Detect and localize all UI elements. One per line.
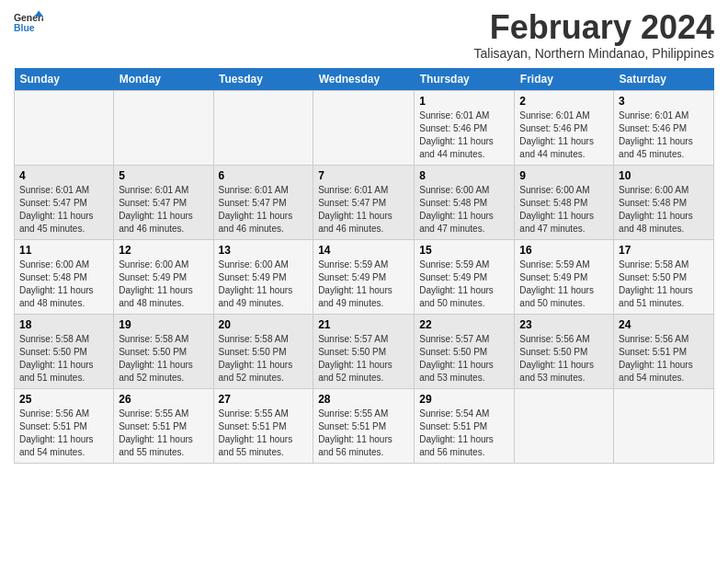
page-header: General Blue February 2024 Talisayan, No…: [14, 9, 714, 61]
day-info: Sunrise: 6:00 AM Sunset: 5:49 PM Dayligh…: [219, 259, 309, 310]
day-number: 13: [219, 244, 309, 257]
day-info: Sunrise: 6:00 AM Sunset: 5:48 PM Dayligh…: [519, 184, 609, 236]
calendar-cell: [213, 90, 313, 165]
day-info: Sunrise: 6:01 AM Sunset: 5:46 PM Dayligh…: [519, 109, 609, 161]
calendar-cell: 22Sunrise: 5:57 AM Sunset: 5:50 PM Dayli…: [415, 314, 515, 388]
calendar-cell: 10Sunrise: 6:00 AM Sunset: 5:48 PM Dayli…: [614, 165, 714, 239]
calendar-cell: 7Sunrise: 6:01 AM Sunset: 5:47 PM Daylig…: [313, 165, 415, 239]
day-number: 12: [119, 244, 208, 257]
day-info: Sunrise: 6:00 AM Sunset: 5:49 PM Dayligh…: [119, 259, 208, 310]
day-info: Sunrise: 5:57 AM Sunset: 5:50 PM Dayligh…: [419, 333, 509, 385]
day-info: Sunrise: 5:59 AM Sunset: 5:49 PM Dayligh…: [419, 259, 509, 310]
day-info: Sunrise: 5:54 AM Sunset: 5:51 PM Dayligh…: [419, 408, 509, 459]
calendar-cell: 16Sunrise: 5:59 AM Sunset: 5:49 PM Dayli…: [515, 239, 614, 314]
day-number: 9: [519, 169, 609, 182]
day-info: Sunrise: 5:57 AM Sunset: 5:50 PM Dayligh…: [318, 333, 409, 385]
day-number: 16: [519, 244, 609, 257]
calendar-cell: 11Sunrise: 6:00 AM Sunset: 5:48 PM Dayli…: [15, 239, 114, 314]
day-number: 21: [318, 318, 409, 331]
calendar-cell: 29Sunrise: 5:54 AM Sunset: 5:51 PM Dayli…: [415, 388, 515, 463]
day-number: 1: [419, 95, 509, 108]
weekday-header-monday: Monday: [114, 68, 213, 91]
calendar-cell: 17Sunrise: 5:58 AM Sunset: 5:50 PM Dayli…: [614, 239, 714, 314]
weekday-header-saturday: Saturday: [614, 68, 714, 91]
day-number: 28: [318, 393, 409, 406]
day-number: 3: [619, 95, 709, 108]
weekday-header-thursday: Thursday: [415, 68, 515, 91]
svg-text:Blue: Blue: [14, 23, 35, 33]
calendar-cell: [313, 90, 415, 165]
logo-icon: General Blue: [14, 9, 43, 35]
day-number: 6: [219, 169, 309, 182]
day-info: Sunrise: 5:55 AM Sunset: 5:51 PM Dayligh…: [219, 408, 309, 459]
calendar-cell: 2Sunrise: 6:01 AM Sunset: 5:46 PM Daylig…: [515, 90, 614, 165]
day-info: Sunrise: 5:59 AM Sunset: 5:49 PM Dayligh…: [519, 259, 609, 310]
calendar-cell: 24Sunrise: 5:56 AM Sunset: 5:51 PM Dayli…: [614, 314, 714, 388]
day-number: 25: [19, 393, 108, 406]
weekday-header-sunday: Sunday: [15, 68, 114, 91]
day-info: Sunrise: 6:01 AM Sunset: 5:47 PM Dayligh…: [318, 184, 409, 236]
week-row-4: 18Sunrise: 5:58 AM Sunset: 5:50 PM Dayli…: [15, 314, 714, 388]
day-number: 22: [419, 318, 509, 331]
calendar-cell: 27Sunrise: 5:55 AM Sunset: 5:51 PM Dayli…: [213, 388, 313, 463]
day-info: Sunrise: 6:00 AM Sunset: 5:48 PM Dayligh…: [619, 184, 709, 236]
calendar-cell: 25Sunrise: 5:56 AM Sunset: 5:51 PM Dayli…: [15, 388, 114, 463]
calendar-cell: [114, 90, 213, 165]
month-year: February 2024: [474, 9, 714, 46]
day-info: Sunrise: 5:58 AM Sunset: 5:50 PM Dayligh…: [19, 333, 108, 385]
day-number: 10: [619, 169, 709, 182]
calendar-cell: 28Sunrise: 5:55 AM Sunset: 5:51 PM Dayli…: [313, 388, 415, 463]
calendar-cell: 12Sunrise: 6:00 AM Sunset: 5:49 PM Dayli…: [114, 239, 213, 314]
calendar-cell: 4Sunrise: 6:01 AM Sunset: 5:47 PM Daylig…: [15, 165, 114, 239]
day-number: 4: [19, 169, 108, 182]
day-info: Sunrise: 5:58 AM Sunset: 5:50 PM Dayligh…: [619, 259, 709, 310]
day-number: 26: [119, 393, 208, 406]
weekday-header-wednesday: Wednesday: [313, 68, 415, 91]
day-info: Sunrise: 6:01 AM Sunset: 5:46 PM Dayligh…: [419, 109, 509, 161]
day-info: Sunrise: 6:01 AM Sunset: 5:46 PM Dayligh…: [619, 109, 709, 161]
day-info: Sunrise: 6:01 AM Sunset: 5:47 PM Dayligh…: [119, 184, 208, 236]
weekday-header-row: SundayMondayTuesdayWednesdayThursdayFrid…: [15, 68, 714, 91]
calendar-cell: 3Sunrise: 6:01 AM Sunset: 5:46 PM Daylig…: [614, 90, 714, 165]
logo: General Blue: [14, 9, 43, 35]
day-number: 27: [219, 393, 309, 406]
calendar-cell: 26Sunrise: 5:55 AM Sunset: 5:51 PM Dayli…: [114, 388, 213, 463]
day-number: 18: [19, 318, 108, 331]
week-row-5: 25Sunrise: 5:56 AM Sunset: 5:51 PM Dayli…: [15, 388, 714, 463]
calendar-cell: 14Sunrise: 5:59 AM Sunset: 5:49 PM Dayli…: [313, 239, 415, 314]
calendar-cell: [614, 388, 714, 463]
day-info: Sunrise: 6:01 AM Sunset: 5:47 PM Dayligh…: [219, 184, 309, 236]
day-number: 15: [419, 244, 509, 257]
day-info: Sunrise: 5:56 AM Sunset: 5:50 PM Dayligh…: [519, 333, 609, 385]
title-block: February 2024 Talisayan, Northern Mindan…: [474, 9, 714, 61]
location: Talisayan, Northern Mindanao, Philippine…: [474, 46, 714, 61]
day-number: 23: [519, 318, 609, 331]
day-number: 11: [19, 244, 108, 257]
day-info: Sunrise: 6:00 AM Sunset: 5:48 PM Dayligh…: [419, 184, 509, 236]
day-info: Sunrise: 6:00 AM Sunset: 5:48 PM Dayligh…: [19, 259, 108, 310]
week-row-2: 4Sunrise: 6:01 AM Sunset: 5:47 PM Daylig…: [15, 165, 714, 239]
day-number: 2: [519, 95, 609, 108]
day-info: Sunrise: 5:56 AM Sunset: 5:51 PM Dayligh…: [19, 408, 108, 459]
day-number: 7: [318, 169, 409, 182]
calendar-cell: 1Sunrise: 6:01 AM Sunset: 5:46 PM Daylig…: [415, 90, 515, 165]
day-info: Sunrise: 5:58 AM Sunset: 5:50 PM Dayligh…: [119, 333, 208, 385]
day-info: Sunrise: 5:59 AM Sunset: 5:49 PM Dayligh…: [318, 259, 409, 310]
calendar-cell: [15, 90, 114, 165]
day-number: 29: [419, 393, 509, 406]
calendar-cell: 23Sunrise: 5:56 AM Sunset: 5:50 PM Dayli…: [515, 314, 614, 388]
day-number: 17: [619, 244, 709, 257]
calendar-cell: 18Sunrise: 5:58 AM Sunset: 5:50 PM Dayli…: [15, 314, 114, 388]
day-info: Sunrise: 5:55 AM Sunset: 5:51 PM Dayligh…: [318, 408, 409, 459]
day-info: Sunrise: 5:58 AM Sunset: 5:50 PM Dayligh…: [219, 333, 309, 385]
calendar-cell: 20Sunrise: 5:58 AM Sunset: 5:50 PM Dayli…: [213, 314, 313, 388]
calendar-cell: 21Sunrise: 5:57 AM Sunset: 5:50 PM Dayli…: [313, 314, 415, 388]
calendar-cell: 9Sunrise: 6:00 AM Sunset: 5:48 PM Daylig…: [515, 165, 614, 239]
day-number: 5: [119, 169, 208, 182]
day-info: Sunrise: 5:55 AM Sunset: 5:51 PM Dayligh…: [119, 408, 208, 459]
calendar-cell: 15Sunrise: 5:59 AM Sunset: 5:49 PM Dayli…: [415, 239, 515, 314]
weekday-header-tuesday: Tuesday: [213, 68, 313, 91]
day-number: 14: [318, 244, 409, 257]
calendar-cell: 19Sunrise: 5:58 AM Sunset: 5:50 PM Dayli…: [114, 314, 213, 388]
calendar-cell: 8Sunrise: 6:00 AM Sunset: 5:48 PM Daylig…: [415, 165, 515, 239]
